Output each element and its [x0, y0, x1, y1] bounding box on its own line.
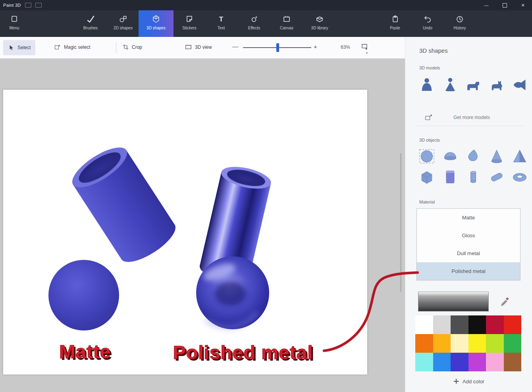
- tool-options-bar: Select Magic select Crop 3D view — + 63%: [0, 37, 405, 59]
- color-swatch-0[interactable]: [415, 315, 433, 334]
- object-cone-button[interactable]: [487, 147, 506, 165]
- objects-row-2: [417, 168, 529, 186]
- color-swatch-14[interactable]: [451, 353, 468, 371]
- maximize-button[interactable]: [495, 0, 514, 10]
- material-option-polished-metal[interactable]: Polished metal: [417, 262, 520, 280]
- current-color-preview: [418, 292, 489, 311]
- color-swatch-12[interactable]: [415, 353, 433, 371]
- crop-button[interactable]: Crop: [122, 44, 142, 50]
- models-section-label: 3D models: [419, 65, 440, 70]
- minimize-button[interactable]: —: [477, 0, 495, 10]
- object-capsule-button[interactable]: [487, 168, 506, 186]
- titlebar-decoration-icon: [35, 3, 42, 8]
- model-woman-button[interactable]: [441, 75, 460, 95]
- matte-cylinder: [67, 140, 181, 269]
- paste-icon: [379, 13, 411, 25]
- canvas-label-matte: Matte Matte: [59, 341, 112, 364]
- undo-button[interactable]: Undo: [411, 13, 444, 35]
- color-swatch-8[interactable]: [451, 334, 468, 353]
- tab-label: 2D shapes: [107, 26, 139, 30]
- main-area: Select Magic select Crop 3D view — + 63%: [0, 37, 532, 392]
- material-option-gloss[interactable]: Gloss: [417, 227, 520, 244]
- fit-to-view-button[interactable]: [360, 42, 368, 50]
- model-fish-button[interactable]: [510, 75, 529, 95]
- select-tool-button[interactable]: Select: [3, 40, 35, 55]
- material-option-matte[interactable]: Matte: [417, 209, 520, 227]
- zoom-slider-track[interactable]: [243, 47, 311, 48]
- color-swatch-4[interactable]: [486, 315, 504, 334]
- material-option-dull-metal[interactable]: Dull metal: [417, 244, 520, 262]
- crop-label: Crop: [132, 44, 142, 50]
- 3d-view-button[interactable]: 3D view: [185, 44, 212, 50]
- color-swatch-11[interactable]: [504, 334, 522, 353]
- zoom-slider-thumb[interactable]: [276, 43, 279, 52]
- menu-label: Menu: [0, 26, 29, 30]
- chevron-down-icon: ▾: [366, 51, 368, 55]
- color-swatch-10[interactable]: [486, 334, 504, 353]
- 3d-library-icon: [303, 13, 336, 25]
- zoom-percent-value: 63%: [341, 44, 350, 50]
- object-cuboid-button[interactable]: [441, 168, 460, 186]
- tab-brushes[interactable]: Brushes: [74, 13, 107, 35]
- add-color-button[interactable]: Add color: [405, 378, 532, 384]
- canvas-icon: [270, 13, 303, 25]
- cursor-icon: [8, 44, 15, 51]
- color-swatch-17[interactable]: [504, 353, 522, 371]
- magic-select-button[interactable]: Magic select: [54, 44, 91, 51]
- tab-effects[interactable]: Effects: [238, 13, 270, 35]
- zoom-out-button[interactable]: —: [232, 43, 238, 50]
- model-dog-button[interactable]: [464, 75, 483, 95]
- main-toolbar: Menu Brushes 2D shapes 3D shapes Sticker…: [0, 10, 532, 37]
- object-teardrop-button[interactable]: [464, 147, 483, 165]
- canvas-artwork: Matte Matte Polished metal Polished meta…: [3, 90, 367, 375]
- object-hemisphere-button[interactable]: [441, 147, 460, 165]
- 2d-shapes-icon: [107, 13, 139, 25]
- tab-3d-library[interactable]: 3D library: [303, 13, 336, 35]
- vertical-scrollbar[interactable]: [400, 153, 401, 292]
- action-label: Undo: [411, 26, 444, 30]
- tab-label: Canvas: [270, 26, 303, 30]
- object-cube-button[interactable]: [417, 168, 436, 186]
- tab-2d-shapes[interactable]: 2D shapes: [107, 13, 139, 35]
- model-man-button[interactable]: [417, 75, 436, 95]
- model-cat-button[interactable]: [487, 75, 506, 95]
- color-swatch-16[interactable]: [486, 353, 504, 371]
- app-title: Paint 3D: [3, 3, 21, 8]
- crop-icon: [122, 44, 129, 50]
- zoom-in-button[interactable]: +: [314, 43, 317, 50]
- tab-stickers[interactable]: Stickers: [173, 13, 206, 35]
- stickers-icon: [173, 13, 206, 25]
- menu-button[interactable]: Menu: [0, 13, 29, 35]
- color-swatch-9[interactable]: [468, 334, 486, 353]
- tab-label: Text: [205, 26, 237, 30]
- drawing-canvas[interactable]: Matte Matte Polished metal Polished meta…: [3, 90, 367, 375]
- color-swatch-5[interactable]: [504, 315, 522, 334]
- color-swatch-6[interactable]: [415, 334, 433, 353]
- tab-text[interactable]: T Text: [205, 13, 237, 35]
- history-button[interactable]: History: [443, 13, 476, 35]
- object-sphere-button[interactable]: [417, 147, 436, 165]
- object-doughnut-button[interactable]: [510, 168, 529, 186]
- color-swatch-7[interactable]: [433, 334, 451, 353]
- magic-select-label: Magic select: [64, 44, 91, 50]
- models-row: [417, 75, 529, 95]
- eyedropper-button[interactable]: [496, 292, 514, 311]
- color-swatch-1[interactable]: [433, 315, 451, 334]
- close-button[interactable]: ✕: [514, 0, 532, 10]
- tab-3d-shapes[interactable]: 3D shapes: [139, 10, 173, 37]
- fit-to-view-icon: [360, 42, 368, 50]
- material-section-label: Material: [419, 200, 435, 204]
- magic-select-icon: [54, 44, 61, 51]
- 3d-shapes-icon: [139, 13, 173, 25]
- tab-canvas[interactable]: Canvas: [270, 13, 303, 35]
- paste-button[interactable]: Paste: [379, 13, 411, 35]
- get-more-models-button[interactable]: Get more models: [415, 109, 523, 126]
- object-pyramid-button[interactable]: [510, 147, 529, 165]
- color-swatch-3[interactable]: [468, 315, 486, 334]
- color-swatch-2[interactable]: [451, 315, 468, 334]
- window-controls: — ✕: [477, 0, 532, 10]
- color-swatch-15[interactable]: [468, 353, 486, 371]
- color-swatch-13[interactable]: [433, 353, 451, 371]
- object-cylinder-button[interactable]: [464, 168, 483, 186]
- titlebar: Paint 3D — ✕: [0, 0, 532, 10]
